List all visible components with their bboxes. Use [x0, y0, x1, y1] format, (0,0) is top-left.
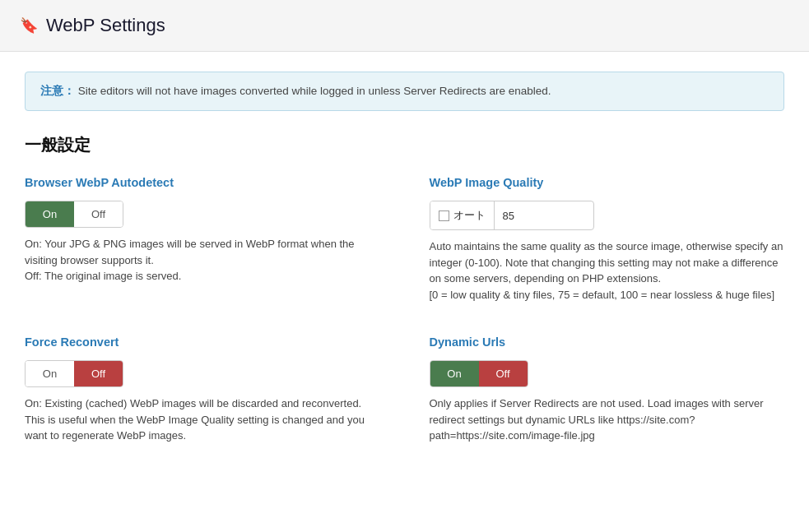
dynamic-urls-desc: Only applies if Server Redirects are not… [430, 396, 785, 444]
main-content: 注意： Site editors will not have images co… [0, 52, 809, 464]
section-title: 一般設定 [25, 134, 784, 156]
bookmark-icon: 🔖 [20, 16, 38, 35]
dynamic-urls-toggle: On Off [430, 360, 528, 387]
notice-box: 注意： Site editors will not have images co… [25, 72, 784, 111]
image-quality-label: WebP Image Quality [430, 176, 785, 189]
browser-autodetect-label: Browser WebP Autodetect [25, 176, 380, 189]
notice-text: Site editors will not have images conver… [78, 85, 551, 97]
browser-autodetect-desc-on: On: Your JPG & PNG images will be served… [25, 236, 380, 285]
force-reconvert-on-button[interactable]: On [26, 361, 74, 386]
quality-value-input[interactable] [495, 203, 544, 229]
settings-grid: Browser WebP Autodetect On Off On: Your … [25, 176, 784, 444]
image-quality-desc: Auto maintains the same quality as the s… [430, 238, 785, 303]
image-quality-block: WebP Image Quality オート Auto maintains th… [430, 176, 785, 303]
force-reconvert-off-button[interactable]: Off [74, 361, 123, 386]
browser-autodetect-toggle: On Off [25, 201, 123, 228]
browser-autodetect-on-button[interactable]: On [26, 201, 74, 227]
notice-label: 注意： [40, 85, 75, 97]
image-quality-row: オート [430, 201, 594, 230]
quality-auto-button[interactable]: オート [430, 201, 495, 229]
quality-auto-label: オート [453, 208, 486, 223]
checkbox-icon [439, 210, 449, 221]
force-reconvert-toggle: On Off [25, 360, 123, 387]
dynamic-urls-block: Dynamic Urls On Off Only applies if Serv… [430, 335, 785, 444]
force-reconvert-desc: On: Existing (cached) WebP images will b… [25, 396, 380, 444]
dynamic-urls-off-button[interactable]: Off [479, 361, 528, 386]
page-wrapper: 🔖 WebP Settings 注意： Site editors will no… [0, 0, 809, 532]
browser-autodetect-block: Browser WebP Autodetect On Off On: Your … [25, 176, 380, 303]
force-reconvert-block: Force Reconvert On Off On: Existing (cac… [25, 335, 380, 444]
force-reconvert-label: Force Reconvert [25, 335, 380, 349]
dynamic-urls-label: Dynamic Urls [430, 335, 785, 349]
page-header: 🔖 WebP Settings [0, 0, 809, 52]
browser-autodetect-off-button[interactable]: Off [74, 201, 123, 227]
page-title: WebP Settings [46, 15, 165, 36]
dynamic-urls-on-button[interactable]: On [430, 361, 479, 386]
